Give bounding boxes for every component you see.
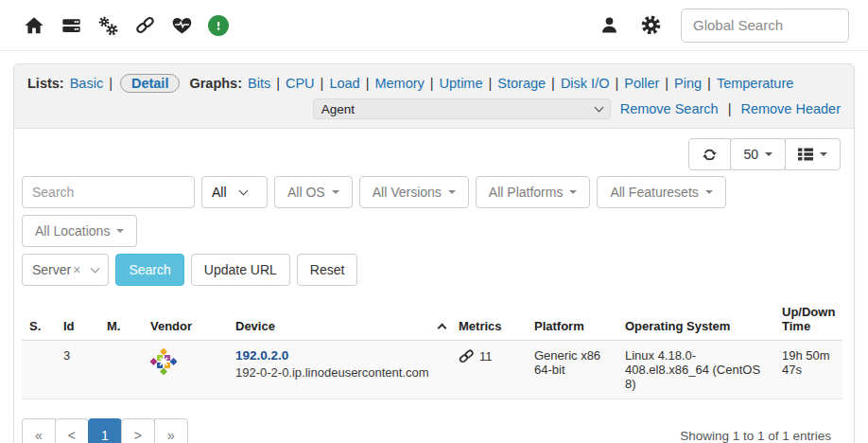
filters-row-1: All All OS All Versions All Platforms Al… [22, 176, 846, 247]
device-hostname: 192-0-2-0.ip.linodeusercontent.com [235, 365, 445, 380]
versions-filter-dropdown[interactable]: All Versions [359, 176, 469, 208]
chevron-down-icon [91, 264, 100, 274]
devices-rack-icon[interactable] [60, 14, 82, 37]
panel-footer: « < 1 > » Showing 1 to 1 of 1 entries [22, 399, 846, 443]
pagination-first-button[interactable]: « [22, 418, 56, 443]
chevron-down-icon [594, 103, 603, 113]
pagination-prev-button[interactable]: < [55, 418, 89, 443]
col-header-os[interactable]: Operating System [617, 299, 774, 341]
agent-row: Agent Remove Search | Remove Header [27, 98, 841, 119]
graph-link-diskio[interactable]: Disk I/O [561, 76, 610, 91]
sort-ascending-icon [438, 324, 447, 333]
agent-select-value: Agent [321, 102, 355, 116]
gear-icon[interactable] [639, 14, 662, 37]
panel-body: 50 All All OS [14, 129, 854, 443]
update-url-button[interactable]: Update URL [191, 254, 290, 286]
status-cell [22, 341, 56, 399]
remove-search-link[interactable]: Remove Search [620, 101, 719, 116]
platforms-filter-dropdown[interactable]: All Platforms [476, 176, 591, 208]
lists-label: Lists: [27, 76, 64, 91]
health-heartbeat-icon[interactable] [170, 14, 193, 37]
graph-link-poller[interactable]: Poller [624, 76, 659, 91]
id-cell: 3 [56, 341, 99, 399]
metrics-count: 11 [479, 349, 493, 363]
graph-link-temperature[interactable]: Temperature [717, 76, 793, 91]
navbar-menu [23, 14, 230, 37]
chevron-down-icon [238, 186, 248, 196]
caret-down-icon [765, 152, 773, 156]
updown-cell: 19h 50m 47s [774, 341, 842, 399]
col-header-platform[interactable]: Platform [527, 299, 617, 341]
caret-down-icon [569, 190, 577, 194]
featuresets-filter-dropdown[interactable]: All Featuresets [597, 176, 725, 208]
home-icon[interactable] [23, 14, 45, 37]
link-chain-icon[interactable] [133, 14, 156, 37]
caret-down-icon [448, 190, 456, 194]
toolbar-button-group: 50 [688, 138, 841, 170]
device-search-input[interactable] [22, 176, 195, 208]
maintenance-cell [99, 341, 143, 399]
reset-button[interactable]: Reset [297, 254, 358, 286]
list-link-basic[interactable]: Basic [70, 76, 103, 91]
remove-header-link[interactable]: Remove Header [740, 101, 841, 116]
user-icon[interactable] [598, 14, 620, 37]
filters-row-2: Server × Search Update URL Reset [22, 254, 846, 286]
device-type-tag: Server [32, 262, 71, 277]
pagination-page-1-button[interactable]: 1 [88, 418, 122, 443]
caret-down-icon [820, 152, 827, 156]
agent-select[interactable]: Agent [313, 98, 611, 119]
caret-down-icon [332, 190, 339, 194]
settings-cogs-icon[interactable] [96, 14, 119, 37]
top-navbar [0, 0, 868, 51]
graph-link-memory[interactable]: Memory [374, 76, 424, 91]
view-mode-dropdown[interactable] [785, 138, 841, 170]
list-view-icon [798, 148, 813, 161]
group-select-value: All [212, 185, 227, 200]
col-header-vendor[interactable]: Vendor [143, 299, 228, 341]
device-table-row[interactable]: 3 [22, 341, 842, 399]
col-header-metrics[interactable]: Metrics [451, 299, 527, 341]
device-type-select[interactable]: Server × [22, 254, 109, 286]
centos-logo-icon [150, 348, 177, 375]
os-cell: Linux 4.18.0-408.el8.x86_64 (CentOS 8) [617, 341, 774, 399]
entries-summary: Showing 1 to 1 of 1 entries [680, 429, 831, 443]
page-size-value: 50 [743, 147, 758, 162]
metrics-link[interactable]: 11 [459, 348, 521, 364]
navbar-right [598, 9, 849, 43]
list-link-detail-active[interactable]: Detail [120, 74, 181, 93]
graph-link-ping[interactable]: Ping [674, 76, 702, 91]
graphs-label: Graphs: [189, 76, 242, 91]
remove-tag-icon[interactable]: × [73, 262, 80, 277]
global-search-input[interactable] [681, 9, 849, 43]
graph-link-cpu[interactable]: CPU [286, 76, 315, 91]
devices-table: S. Id M. Vendor Device Metrics Platform … [22, 299, 842, 399]
search-button[interactable]: Search [115, 254, 183, 286]
graph-link-bits[interactable]: Bits [248, 76, 270, 91]
col-header-status[interactable]: S. [22, 299, 56, 341]
table-header-row: S. Id M. Vendor Device Metrics Platform … [22, 299, 842, 341]
devices-panel: Lists: Basic | Detail Graphs: Bits| CPU|… [13, 63, 855, 443]
metrics-cell: 11 [451, 341, 527, 399]
device-link[interactable]: 192.0.2.0 [235, 348, 288, 363]
col-header-m[interactable]: M. [99, 299, 143, 341]
graph-link-uptime[interactable]: Uptime [440, 76, 483, 91]
os-filter-dropdown[interactable]: All OS [274, 176, 353, 208]
col-header-updown[interactable]: Up/Down Time [774, 299, 842, 341]
graph-link-load[interactable]: Load [329, 76, 359, 91]
col-header-device[interactable]: Device [228, 299, 451, 341]
vendor-cell [143, 341, 228, 399]
graph-link-storage[interactable]: Storage [497, 76, 546, 91]
refresh-button[interactable] [688, 138, 731, 170]
panel-header: Lists: Basic | Detail Graphs: Bits| CPU|… [14, 64, 854, 129]
pagination-next-button[interactable]: > [121, 418, 155, 443]
page-size-dropdown[interactable]: 50 [730, 138, 786, 170]
lists-graphs-row: Lists: Basic | Detail Graphs: Bits| CPU|… [27, 74, 841, 93]
locations-filter-dropdown[interactable]: All Locations [22, 215, 137, 247]
pagination: « < 1 > » [22, 418, 188, 443]
platform-cell: Generic x86 64-bit [527, 341, 617, 399]
group-select[interactable]: All [201, 176, 268, 208]
alert-status-icon[interactable] [207, 14, 230, 37]
pagination-last-button[interactable]: » [154, 418, 188, 443]
col-header-id[interactable]: Id [56, 299, 99, 341]
caret-down-icon [705, 190, 713, 194]
